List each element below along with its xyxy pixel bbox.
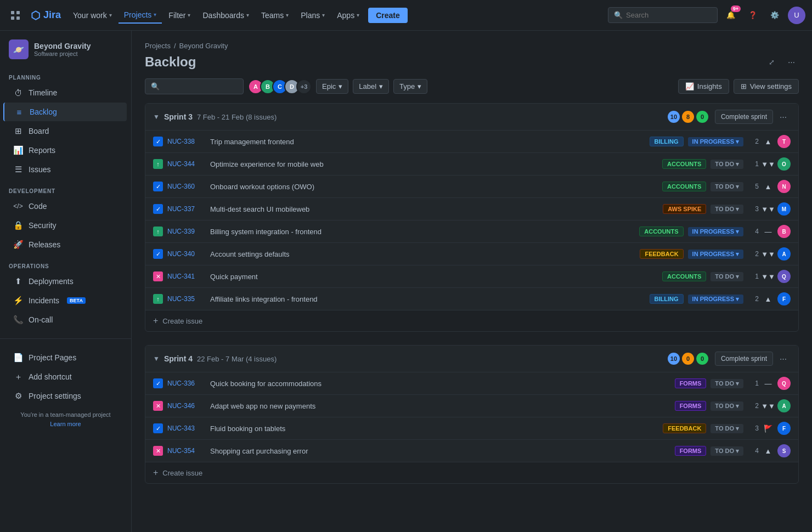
status-badge[interactable]: TO DO ▾ <box>710 424 743 433</box>
sidebar-item-add-shortcut[interactable]: ＋ Add shortcut <box>4 367 127 386</box>
nav-dashboards[interactable]: Dashboards ▾ <box>197 8 255 23</box>
status-badge[interactable]: TO DO ▾ <box>710 446 743 456</box>
issue-row[interactable]: ✓ NUC-340 Account settings defaults FEED… <box>145 242 798 265</box>
issue-priority-num: 3 <box>748 425 759 432</box>
issue-avatar: S <box>777 444 791 457</box>
insights-button[interactable]: 📈 Insights <box>678 79 729 94</box>
issue-row[interactable]: ✕ NUC-341 Quick payment ACCOUNTS TO DO ▾… <box>145 265 798 287</box>
epic-filter-button[interactable]: Epic ▾ <box>316 79 348 94</box>
issue-row[interactable]: ✓ NUC-338 Trip management frontend BILLI… <box>145 130 798 152</box>
sidebar-item-oncall[interactable]: 📞 On-call <box>4 310 127 329</box>
search-bar[interactable]: 🔍 <box>608 7 718 23</box>
priority-icon: ▲ <box>763 182 773 191</box>
issue-row[interactable]: ✓ NUC-343 Fluid booking on tablets FEEDB… <box>145 417 798 439</box>
sprint-3-header[interactable]: ▼ Sprint 3 7 Feb - 21 Feb (8 issues) 10 … <box>145 104 798 130</box>
sprint-collapse-icon: ▼ <box>153 355 160 363</box>
priority-icon: ▼▼ <box>763 249 773 259</box>
breadcrumb-project-name[interactable]: Beyond Gravity <box>179 42 228 50</box>
status-badge[interactable]: TO DO ▾ <box>710 160 743 169</box>
sidebar-item-reports[interactable]: 📊 Reports <box>4 141 127 160</box>
label-tag: BILLING <box>650 294 684 304</box>
help-button[interactable]: ❓ <box>744 7 762 24</box>
sidebar-item-security[interactable]: 🔒 Security <box>4 216 127 235</box>
nav-projects[interactable]: Projects ▾ <box>119 7 162 24</box>
status-badge[interactable]: TO DO ▾ <box>710 401 743 411</box>
nav-plans[interactable]: Plans ▾ <box>295 8 330 23</box>
view-settings-button[interactable]: ⊞ View settings <box>734 79 799 94</box>
status-badge[interactable]: IN PROGRESS ▾ <box>688 137 743 146</box>
sidebar-item-project-settings[interactable]: ⚙ Project settings <box>4 387 127 405</box>
chevron-icon: ▾ <box>246 12 249 18</box>
sprint-4-more-icon[interactable]: ⋯ <box>775 351 791 366</box>
issue-row[interactable]: ✓ NUC-337 Multi-dest search UI mobileweb… <box>145 197 798 220</box>
sprint-4-complete-button[interactable]: Complete sprint <box>715 352 773 366</box>
sidebar-item-incidents[interactable]: ⚡ Incidents BETA <box>4 291 127 310</box>
expand-icon[interactable]: ⤢ <box>764 54 779 70</box>
svg-rect-1 <box>16 11 20 14</box>
sidebar-item-backlog[interactable]: ≡ Backlog <box>3 103 127 121</box>
page-title: Backlog <box>145 54 196 70</box>
issue-summary: Trip management frontend <box>210 138 645 146</box>
avatar-count[interactable]: +3 <box>296 79 312 94</box>
chevron-down-icon: ▾ <box>379 82 383 90</box>
more-options-icon[interactable]: ⋯ <box>783 54 799 70</box>
nav-your-work[interactable]: Your work ▾ <box>67 8 117 23</box>
type-filter-button[interactable]: Type ▾ <box>393 79 427 94</box>
status-badge[interactable]: IN PROGRESS ▾ <box>688 250 743 259</box>
sidebar-item-deployments[interactable]: ⬆ Deployments <box>4 272 127 291</box>
nav-apps[interactable]: Apps ▾ <box>331 8 365 23</box>
sidebar-item-board[interactable]: ⊞ Board <box>4 122 127 140</box>
backlog-search-input[interactable] <box>163 82 229 90</box>
label-tag: FEEDBACK <box>663 423 706 433</box>
sidebar-item-code[interactable]: </> Code <box>4 197 127 216</box>
settings-button[interactable]: ⚙️ <box>766 7 783 24</box>
security-icon: 🔒 <box>13 220 23 230</box>
chevron-icon: ▾ <box>357 12 359 18</box>
page-header: Backlog ⤢ ⋯ <box>145 54 799 70</box>
sidebar-item-timeline[interactable]: ⏱ Timeline <box>4 83 127 102</box>
notifications-button[interactable]: 🔔 9+ <box>722 7 740 24</box>
issue-row[interactable]: ✕ NUC-346 Adapt web app no new payments … <box>145 394 798 417</box>
issue-avatar: F <box>777 422 791 435</box>
sidebar-item-releases[interactable]: 🚀 Releases <box>4 235 127 254</box>
sprint-3-more-icon[interactable]: ⋯ <box>775 109 791 124</box>
grid-icon[interactable] <box>7 7 24 24</box>
project-icon: 🪐 <box>9 39 29 59</box>
issue-row[interactable]: ↑ NUC-344 Optimize experience for mobile… <box>145 152 798 175</box>
issue-key: NUC-341 <box>167 273 206 280</box>
issue-row[interactable]: ↑ NUC-339 Billing system integration - f… <box>145 220 798 242</box>
status-badge[interactable]: TO DO ▾ <box>710 205 743 214</box>
issue-priority-num: 1 <box>748 380 759 387</box>
sprint-4-section: ▼ Sprint 4 22 Feb - 7 Mar (4 issues) 10 … <box>145 345 799 484</box>
sprint-4-badges: 10 0 0 Complete sprint ⋯ <box>668 351 791 366</box>
sidebar-item-issues[interactable]: ☰ Issues <box>4 160 127 179</box>
nav-right-area: 🔍 🔔 9+ ❓ ⚙️ U <box>608 7 805 24</box>
search-input[interactable] <box>626 11 703 19</box>
issue-row[interactable]: ✕ NUC-354 Shopping cart purchasing error… <box>145 439 798 462</box>
priority-icon: 🚩 <box>763 423 773 433</box>
breadcrumb-projects[interactable]: Projects <box>145 42 171 50</box>
learn-more-link[interactable]: Learn more <box>50 421 81 427</box>
user-avatar[interactable]: U <box>788 7 805 24</box>
nav-teams[interactable]: Teams ▾ <box>256 8 294 23</box>
issue-row[interactable]: ✓ NUC-336 Quick booking for accommodatio… <box>145 372 798 394</box>
logo[interactable]: ⬡ Jira <box>26 9 65 22</box>
create-button[interactable]: Create <box>368 8 408 23</box>
label-tag: ACCOUNTS <box>639 227 683 236</box>
issue-row[interactable]: ↑ NUC-335 Affiliate links integration - … <box>145 287 798 310</box>
issue-row[interactable]: ✓ NUC-360 Onboard workout options (OWO) … <box>145 175 798 197</box>
toolbar-search[interactable]: 🔍 <box>145 78 244 94</box>
label-filter-button[interactable]: Label ▾ <box>353 79 389 94</box>
sprint-3-complete-button[interactable]: Complete sprint <box>715 110 773 124</box>
status-badge[interactable]: TO DO ▾ <box>710 182 743 191</box>
sprint-4-create-issue[interactable]: + Create issue <box>145 462 798 483</box>
sidebar-item-project-pages[interactable]: 📄 Project Pages <box>4 348 127 367</box>
sprint-4-header[interactable]: ▼ Sprint 4 22 Feb - 7 Mar (4 issues) 10 … <box>145 346 798 372</box>
nav-filter[interactable]: Filter ▾ <box>163 8 196 23</box>
sprint-3-title: Sprint 3 <box>164 112 193 121</box>
status-badge[interactable]: IN PROGRESS ▾ <box>688 227 743 236</box>
status-badge[interactable]: TO DO ▾ <box>710 379 743 388</box>
sprint-3-create-issue[interactable]: + Create issue <box>145 310 798 331</box>
status-badge[interactable]: TO DO ▾ <box>710 272 743 281</box>
status-badge[interactable]: IN PROGRESS ▾ <box>688 295 743 304</box>
